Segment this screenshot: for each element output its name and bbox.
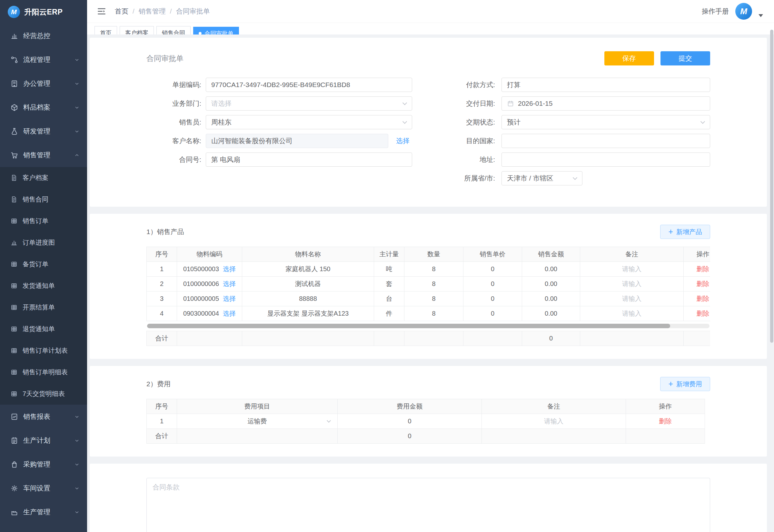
sidebar-item-delivery-notice[interactable]: 发货通知单 <box>0 275 87 297</box>
sidebar-item-workshop-setup[interactable]: 车间设置 <box>0 476 87 500</box>
cell-note[interactable]: 请输入 <box>580 277 684 291</box>
add-product-button[interactable]: + 新增产品 <box>660 225 710 239</box>
sidebar-item-rnd[interactable]: 研发管理 <box>0 119 87 143</box>
add-fee-button[interactable]: + 新增费用 <box>660 377 710 391</box>
doc-code-input[interactable] <box>206 78 412 92</box>
delete-row-link[interactable]: 删除 <box>697 295 709 302</box>
sidebar-item-sales-order-plan[interactable]: 销售订单计划表 <box>0 340 87 361</box>
address-input[interactable] <box>501 153 710 167</box>
product-col-header: 销售单价 <box>463 247 522 262</box>
cell-note[interactable]: 请输入 <box>580 262 684 277</box>
select-material-link[interactable]: 选择 <box>223 265 236 272</box>
delivery-status-select[interactable]: 预计 <box>501 115 710 129</box>
sidebar-item-production-plan[interactable]: 生产计划 <box>0 429 87 452</box>
sidebar-item-sales-order[interactable]: 销售订单 <box>0 210 87 232</box>
sidebar-item-stock-prep-order[interactable]: 备货订单 <box>0 253 87 275</box>
sidebar-item-sales-report[interactable]: 销售报表 <box>0 405 87 429</box>
field-delivery-date: 交付日期: 2026-01-15 <box>447 96 710 111</box>
department-select[interactable]: 请选择 <box>206 96 412 111</box>
province-select[interactable]: 天津市 / 市辖区 <box>501 171 582 185</box>
fees-total-row: 合计0 <box>147 429 705 444</box>
salesperson-select[interactable]: 周桂东 <box>206 115 412 129</box>
delete-row-link[interactable]: 删除 <box>697 310 709 317</box>
sidebar-item-materials[interactable]: 料品档案 <box>0 95 87 119</box>
sidebar-item-sales-order-detail[interactable]: 销售订单明细表 <box>0 361 87 383</box>
delivery-date-input[interactable]: 2026-01-15 <box>501 96 710 111</box>
scrollbar-thumb[interactable] <box>147 324 670 328</box>
dropdown-caret-icon[interactable] <box>759 14 763 17</box>
payment-method-input[interactable] <box>501 78 710 92</box>
destination-country-input[interactable] <box>501 134 710 148</box>
sidebar-item-sales-contract[interactable]: 销售合同 <box>0 189 87 210</box>
cell-qty[interactable]: 8 <box>404 306 463 321</box>
cell-material-code: 0100000006选择 <box>177 277 242 291</box>
sidebar-item-invoice-settlement[interactable]: 开票结算单 <box>0 297 87 318</box>
fee-item-select[interactable]: 运输费 <box>180 417 335 426</box>
delete-row-link[interactable]: 删除 <box>697 280 709 287</box>
save-button[interactable]: 保存 <box>604 51 654 65</box>
cell-price[interactable]: 0 <box>463 262 522 277</box>
grid-icon <box>10 261 18 268</box>
cell-price[interactable]: 0 <box>463 306 522 321</box>
tab-customer-files[interactable]: 客户档案 <box>120 26 154 34</box>
select-material-link[interactable]: 选择 <box>223 295 236 302</box>
sidebar-item-return-notice[interactable]: 退货通知单 <box>0 318 87 340</box>
sidebar-item-label: 客户档案 <box>23 173 80 182</box>
horizontal-scrollbar[interactable] <box>147 324 709 328</box>
manual-link[interactable]: 操作手册 <box>702 7 729 16</box>
contract-no-input[interactable] <box>206 153 412 167</box>
delete-row-link[interactable]: 删除 <box>659 418 672 425</box>
workshop-icon <box>10 484 18 492</box>
product-col-header: 主计量 <box>374 247 404 262</box>
cell-qty[interactable]: 8 <box>404 262 463 277</box>
tab-contract-approval[interactable]: 合同审批单 <box>193 27 239 35</box>
sidebar-item-label: 7天交货明细表 <box>23 389 80 398</box>
sidebar-item-purchase[interactable]: 采购管理 <box>0 452 87 476</box>
cell-qty[interactable]: 8 <box>404 277 463 291</box>
cell-price[interactable]: 0 <box>463 291 522 306</box>
app-title: 升阳云ERP <box>24 7 63 17</box>
sidebar-item-process[interactable]: 流程管理 <box>0 48 87 72</box>
select-material-link[interactable]: 选择 <box>223 280 236 287</box>
cell-note[interactable]: 请输入 <box>482 414 626 429</box>
menu-collapse-icon[interactable] <box>97 6 106 16</box>
sidebar-item-warehouse[interactable]: 仓库管理 <box>0 524 87 532</box>
tab-home[interactable]: 首页 <box>94 26 117 34</box>
fee-col-header: 序号 <box>147 399 177 414</box>
sidebar-item-seven-day-delivery[interactable]: 7天交货明细表 <box>0 383 87 405</box>
choose-customer-link[interactable]: 选择 <box>396 136 410 145</box>
flow-icon <box>10 56 18 64</box>
chevron-down-icon <box>402 119 407 124</box>
sidebar-item-customer-files[interactable]: 客户档案 <box>0 167 87 189</box>
avatar[interactable]: M <box>735 3 752 20</box>
sidebar-item-order-progress[interactable]: 订单进度图 <box>0 232 87 253</box>
cell-qty[interactable]: 8 <box>404 291 463 306</box>
sidebar-item-sales[interactable]: 销售管理 <box>0 143 87 167</box>
tab-sales-contract[interactable]: 销售合同 <box>156 26 191 34</box>
cell-material-name: 88888 <box>242 291 374 306</box>
cell-fee-amount[interactable]: 0 <box>338 414 482 429</box>
sidebar-item-production[interactable]: 生产管理 <box>0 500 87 524</box>
cell-actions: 删除 <box>626 414 705 429</box>
contract-form-card: 合同审批单 保存 提交 单据编码: <box>90 38 767 207</box>
cell-no: 3 <box>147 291 177 306</box>
cell-price[interactable]: 0 <box>463 277 522 291</box>
submit-button[interactable]: 提交 <box>660 51 710 65</box>
cell-material-name: 家庭机器人 150 <box>242 262 374 277</box>
vertical-scrollbar[interactable] <box>769 0 773 532</box>
sidebar-item-dashboard[interactable]: 经营总控 <box>0 24 87 48</box>
sidebar-menu: 经营总控流程管理办公管理料品档案研发管理销售管理客户档案销售合同销售订单订单进度… <box>0 24 87 532</box>
scrollbar-thumb[interactable] <box>770 30 773 343</box>
breadcrumb-item[interactable]: 销售管理 <box>139 7 166 16</box>
breadcrumb-item[interactable]: 首页 <box>115 7 128 16</box>
cell-note[interactable]: 请输入 <box>580 306 684 321</box>
sidebar-item-office[interactable]: 办公管理 <box>0 72 87 95</box>
app-logo: M 升阳云ERP <box>0 0 87 24</box>
chevron-down-icon <box>74 104 80 111</box>
delete-row-link[interactable]: 删除 <box>697 265 709 272</box>
contract-terms-textarea[interactable] <box>146 478 710 532</box>
select-material-link[interactable]: 选择 <box>223 310 236 317</box>
cell-note[interactable]: 请输入 <box>580 291 684 306</box>
calendar-icon <box>507 100 514 107</box>
sidebar-item-label: 料品档案 <box>23 103 69 112</box>
